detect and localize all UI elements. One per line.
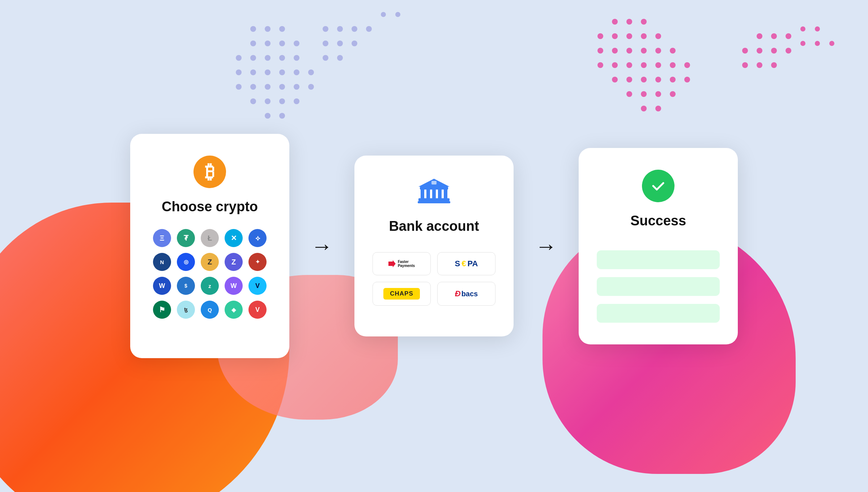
crypto-tezos[interactable]: ꜩ	[177, 301, 195, 319]
chaps-label: CHAPS	[390, 290, 413, 297]
crypto-sa-rand[interactable]: ⚑	[153, 301, 171, 319]
bitcoin-icon: ₿	[193, 156, 226, 188]
faster-payments-text2: Payments	[398, 264, 415, 268]
faster-payments-arrow-icon	[388, 260, 396, 267]
chaps-badge: CHAPS	[383, 288, 420, 300]
payment-methods-grid: Faster Payments S € PA CHAPS	[373, 252, 495, 306]
crypto-zcoin[interactable]: ⟡	[248, 229, 267, 247]
crypto-stablecoin[interactable]: $	[177, 277, 195, 295]
crypto-litecoin[interactable]: Ł	[201, 229, 219, 247]
crypto-nexo[interactable]: N	[153, 253, 171, 271]
crypto-zclassic[interactable]: Z	[225, 253, 243, 271]
success-icon	[642, 170, 675, 202]
chaps-btn[interactable]: CHAPS	[373, 282, 431, 306]
bacs-arrow-symbol: Ð	[455, 289, 461, 298]
bank-icon-wrapper	[418, 177, 450, 208]
faster-payments-btn[interactable]: Faster Payments	[373, 252, 431, 275]
success-bars-container	[597, 250, 720, 323]
crypto-woo[interactable]: W	[153, 277, 171, 295]
sepa-btn[interactable]: S € PA	[437, 252, 495, 275]
sepa-s: S	[455, 259, 460, 268]
sepa-label-wrapper: S € PA	[455, 259, 478, 268]
svg-rect-93	[444, 188, 447, 198]
svg-rect-90	[426, 188, 430, 198]
faster-payments-text1: Faster	[398, 260, 415, 264]
arrow-1: →	[311, 234, 333, 259]
svg-rect-97	[418, 201, 450, 203]
bacs-btn[interactable]: Ð bacs	[437, 282, 495, 306]
success-bar-3	[597, 304, 720, 323]
success-card: Success	[579, 148, 738, 344]
choose-crypto-title: Choose crypto	[162, 199, 258, 215]
sepa-pa: PA	[468, 259, 478, 268]
bank-account-title: Bank account	[389, 219, 479, 234]
bank-account-card: Bank account Faster Payments S € PA	[354, 156, 514, 336]
crypto-ocean[interactable]: ◎	[177, 253, 195, 271]
crypto-xrp[interactable]: ✕	[225, 229, 243, 247]
svg-rect-92	[438, 188, 442, 198]
crypto-kyber[interactable]: ◈	[225, 301, 243, 319]
checkmark-icon	[650, 177, 667, 195]
crypto-zcash[interactable]: Z	[201, 253, 219, 271]
crypto-zec2[interactable]: z	[201, 277, 219, 295]
bank-icon	[418, 177, 450, 206]
crypto-tether[interactable]: ₮	[177, 229, 195, 247]
success-bar-2	[597, 277, 720, 296]
crypto-ethereum[interactable]: Ξ	[153, 229, 171, 247]
svg-rect-91	[432, 188, 436, 198]
success-title: Success	[630, 213, 686, 229]
choose-crypto-card: ₿ Choose crypto Ξ ₮ Ł ✕ ⟡ N ◎ Z Z ✦ W $ …	[130, 134, 289, 358]
bitcoin-icon-wrapper: ₿	[193, 156, 226, 188]
crypto-grid: Ξ ₮ Ł ✕ ⟡ N ◎ Z Z ✦ W $ z W V ⚑ ꜩ Q ◈ V	[153, 229, 267, 319]
arrow-2: →	[535, 234, 557, 259]
crypto-qash[interactable]: Q	[201, 301, 219, 319]
bacs-label-wrapper: Ð bacs	[455, 289, 478, 298]
main-container: ₿ Choose crypto Ξ ₮ Ł ✕ ⟡ N ◎ Z Z ✦ W $ …	[0, 0, 868, 492]
crypto-vechain[interactable]: V	[248, 277, 267, 295]
svg-rect-98	[431, 181, 437, 184]
crypto-wabi[interactable]: W	[225, 277, 243, 295]
faster-payments-label: Faster Payments	[398, 260, 415, 268]
bacs-text: bacs	[461, 290, 478, 298]
success-bar-1	[597, 250, 720, 269]
svg-rect-95	[420, 187, 448, 190]
success-icon-wrapper	[642, 170, 675, 202]
svg-rect-89	[421, 188, 424, 198]
crypto-paxos[interactable]: ✦	[248, 253, 267, 271]
crypto-verasity[interactable]: V	[248, 301, 267, 319]
sepa-euro-sign: €	[461, 259, 466, 268]
svg-rect-94	[418, 198, 450, 201]
